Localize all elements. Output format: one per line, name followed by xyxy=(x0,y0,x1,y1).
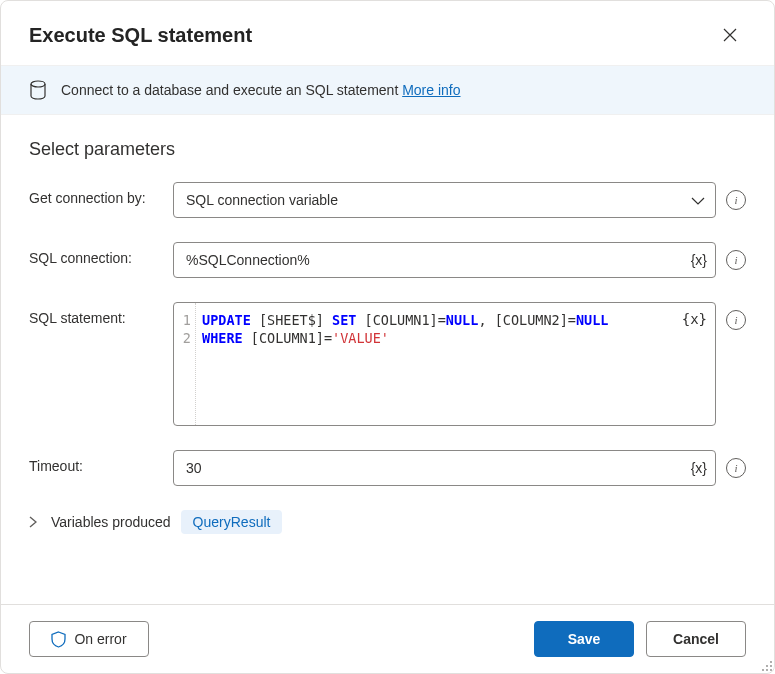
dialog-title: Execute SQL statement xyxy=(29,24,252,47)
svg-point-1 xyxy=(770,661,772,663)
get-connection-select[interactable]: SQL connection variable xyxy=(173,182,716,218)
sql-statement-info-icon[interactable]: i xyxy=(726,310,746,330)
chevron-down-icon xyxy=(691,192,705,208)
svg-point-2 xyxy=(766,665,768,667)
timeout-row: Timeout: 30 {x} i xyxy=(29,450,746,486)
sql-connection-value: %SQLConnection% xyxy=(186,252,310,268)
dialog-footer: On error Save Cancel xyxy=(1,604,774,673)
dialog: Execute SQL statement Connect to a datab… xyxy=(0,0,775,674)
get-connection-info-icon[interactable]: i xyxy=(726,190,746,210)
banner-message: Connect to a database and execute an SQL… xyxy=(61,82,402,98)
svg-point-6 xyxy=(770,669,772,671)
svg-point-0 xyxy=(31,81,45,87)
resize-grip-icon[interactable] xyxy=(759,658,773,672)
svg-point-4 xyxy=(762,669,764,671)
sql-connection-control: %SQLConnection% {x} i xyxy=(173,242,746,278)
close-icon xyxy=(723,28,737,42)
database-icon xyxy=(29,80,47,100)
chevron-right-icon[interactable] xyxy=(29,516,41,528)
variables-produced-row: Variables produced QueryResult xyxy=(29,510,746,534)
get-connection-row: Get connection by: SQL connection variab… xyxy=(29,182,746,218)
timeout-value: 30 xyxy=(186,460,202,476)
shield-icon xyxy=(51,631,66,648)
section-title: Select parameters xyxy=(29,139,746,160)
svg-point-5 xyxy=(766,669,768,671)
banner-text: Connect to a database and execute an SQL… xyxy=(61,82,461,98)
variable-picker-icon[interactable]: {x} xyxy=(691,252,707,268)
variable-chip[interactable]: QueryResult xyxy=(181,510,283,534)
get-connection-value: SQL connection variable xyxy=(186,192,338,208)
variables-produced-label[interactable]: Variables produced xyxy=(51,514,171,530)
timeout-label: Timeout: xyxy=(29,450,159,474)
dialog-body: Select parameters Get connection by: SQL… xyxy=(1,115,774,604)
sql-statement-label: SQL statement: xyxy=(29,302,159,326)
svg-point-3 xyxy=(770,665,772,667)
cancel-label: Cancel xyxy=(673,631,719,647)
on-error-label: On error xyxy=(74,631,126,647)
sql-statement-editor[interactable]: 12 UPDATE [SHEET$] SET [COLUMN1]=NULL, [… xyxy=(173,302,716,426)
code-gutter: 12 xyxy=(174,303,196,425)
sql-connection-label: SQL connection: xyxy=(29,242,159,266)
get-connection-control: SQL connection variable i xyxy=(173,182,746,218)
sql-connection-row: SQL connection: %SQLConnection% {x} i xyxy=(29,242,746,278)
info-banner: Connect to a database and execute an SQL… xyxy=(1,65,774,115)
sql-statement-row: SQL statement: 12 UPDATE [SHEET$] SET [C… xyxy=(29,302,746,426)
cancel-button[interactable]: Cancel xyxy=(646,621,746,657)
variable-picker-icon[interactable]: {x} xyxy=(691,460,707,476)
footer-actions: Save Cancel xyxy=(534,621,746,657)
get-connection-label: Get connection by: xyxy=(29,182,159,206)
timeout-input[interactable]: 30 {x} xyxy=(173,450,716,486)
timeout-info-icon[interactable]: i xyxy=(726,458,746,478)
on-error-button[interactable]: On error xyxy=(29,621,149,657)
dialog-header: Execute SQL statement xyxy=(1,1,774,65)
close-button[interactable] xyxy=(714,19,746,51)
sql-connection-input[interactable]: %SQLConnection% {x} xyxy=(173,242,716,278)
sql-connection-info-icon[interactable]: i xyxy=(726,250,746,270)
save-button[interactable]: Save xyxy=(534,621,634,657)
timeout-control: 30 {x} i xyxy=(173,450,746,486)
save-label: Save xyxy=(568,631,601,647)
variable-picker-icon[interactable]: {x} xyxy=(682,311,707,327)
more-info-link[interactable]: More info xyxy=(402,82,460,98)
sql-statement-control: 12 UPDATE [SHEET$] SET [COLUMN1]=NULL, [… xyxy=(173,302,746,426)
code-content[interactable]: UPDATE [SHEET$] SET [COLUMN1]=NULL, [COL… xyxy=(196,303,715,425)
